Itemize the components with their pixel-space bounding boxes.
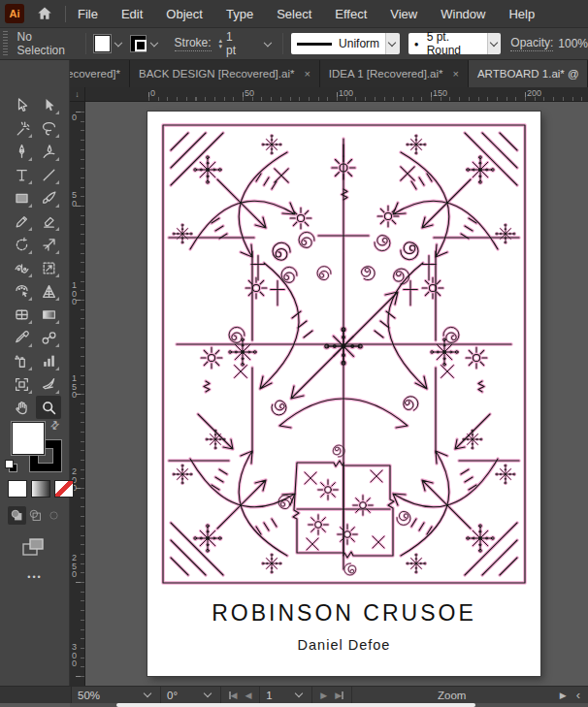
artboard-number-select[interactable]: 1 <box>260 687 312 703</box>
divider <box>85 33 86 54</box>
default-fill-stroke-icon[interactable] <box>5 460 18 473</box>
stroke-label[interactable]: Stroke: <box>175 36 212 51</box>
stroke-weight-stepper[interactable]: ▴ ▾ <box>219 38 223 49</box>
variable-width-label: Uniform <box>339 37 379 50</box>
menu-object[interactable]: Object <box>166 7 203 21</box>
scroll-right-icon[interactable]: ▶ <box>560 691 567 700</box>
tool-mesh[interactable] <box>9 303 34 326</box>
tool-lasso[interactable] <box>36 116 61 140</box>
ruler-label: 50 <box>72 191 80 208</box>
previous-artboard-icon[interactable]: ◀ <box>245 691 251 700</box>
stroke-weight-value[interactable]: 1 pt <box>226 30 244 57</box>
menu-help[interactable]: Help <box>508 7 535 21</box>
tool-column-graph[interactable] <box>36 349 61 372</box>
chevron-down-icon[interactable] <box>150 38 158 46</box>
tool-width[interactable] <box>9 256 34 279</box>
artboard[interactable]: ROBINSON CRUSOE Daniel Defoe <box>147 112 540 676</box>
variable-width-profile-select[interactable]: Uniform <box>291 33 385 54</box>
brush-definition-select[interactable]: ● 5 pt. Round <box>408 33 487 54</box>
tool-scale[interactable] <box>36 233 61 256</box>
tool-gradient[interactable] <box>36 303 61 326</box>
tool-eyedropper[interactable] <box>9 326 34 349</box>
divider <box>282 33 283 54</box>
ruler-label: 200 <box>527 88 541 98</box>
tool-pen[interactable] <box>9 140 34 163</box>
menu-effect[interactable]: Effect <box>335 7 367 21</box>
edit-toolbar-button[interactable]: ••• <box>0 572 70 582</box>
tool-pencil[interactable] <box>9 209 34 233</box>
gradient-button[interactable] <box>31 480 50 498</box>
draw-normal-button[interactable] <box>8 506 26 525</box>
tool-blend[interactable] <box>36 326 61 349</box>
menu-window[interactable]: Window <box>441 7 485 21</box>
close-icon[interactable]: × <box>304 68 310 80</box>
tool-perspective-grid[interactable] <box>36 279 61 303</box>
tool-direct-selection[interactable] <box>36 93 61 116</box>
zoom-level-value: 50% <box>78 690 100 701</box>
stroke-color-swatch[interactable] <box>130 35 147 52</box>
menu-view[interactable]: View <box>390 7 417 21</box>
next-artboard-icon[interactable]: ▶ <box>320 691 327 700</box>
zoom-level-select[interactable]: 50% <box>72 687 161 703</box>
tool-curvature[interactable] <box>36 140 61 163</box>
chevron-down-icon[interactable] <box>114 38 121 46</box>
ruler-origin[interactable]: ↓ <box>70 87 85 102</box>
tab-document-2[interactable]: BACK DESIGN [Recovered].ai* × <box>130 60 320 87</box>
tool-rectangle[interactable] <box>9 186 34 209</box>
tool-free-transform[interactable] <box>36 256 61 279</box>
brush-chevron[interactable] <box>487 33 502 54</box>
tab-document-3[interactable]: IDEA 1 [Recovered].ai* × <box>320 60 469 87</box>
horizontal-scrollbar-thumb[interactable] <box>116 703 475 707</box>
draw-behind-button[interactable] <box>26 506 45 525</box>
color-button[interactable] <box>8 480 27 498</box>
tool-magic-wand[interactable] <box>9 116 34 140</box>
opacity-value[interactable]: 100% <box>558 37 588 50</box>
tool-symbol-sprayer[interactable] <box>9 349 34 372</box>
tool-slice[interactable] <box>36 372 61 396</box>
first-artboard-icon[interactable]: ◀ <box>229 691 237 700</box>
panel-collapse-icon[interactable]: ‹ <box>576 688 580 702</box>
rotation-select[interactable]: 0° <box>161 687 221 703</box>
last-artboard-icon[interactable]: ▶ <box>335 691 343 700</box>
stepper-down-icon[interactable]: ▾ <box>219 44 223 49</box>
brush-dot-icon: ● <box>414 40 419 48</box>
perspective-grid-icon <box>41 283 57 300</box>
app-icon[interactable]: Ai <box>5 4 24 23</box>
tool-selection[interactable] <box>9 93 34 116</box>
tool-paintbrush[interactable] <box>36 186 61 209</box>
tab-label: ecovered]* <box>67 68 120 80</box>
fill-color-swatch[interactable] <box>94 35 111 52</box>
curvature-icon <box>41 144 57 160</box>
drag-handle[interactable] <box>3 31 8 56</box>
tool-zoom[interactable] <box>36 396 61 419</box>
tool-hand[interactable] <box>9 396 34 419</box>
fill-swatch-large[interactable] <box>12 422 45 455</box>
home-icon[interactable] <box>36 5 53 22</box>
width-tool-icon <box>14 260 30 276</box>
cover-pattern-artwork <box>161 123 527 585</box>
horizontal-scrollbar[interactable] <box>70 703 588 707</box>
canvas-pasteboard[interactable]: ROBINSON CRUSOE Daniel Defoe <box>85 102 588 686</box>
mesh-icon <box>14 306 30 323</box>
chevron-down-icon[interactable] <box>264 38 272 46</box>
close-icon[interactable]: × <box>452 68 458 80</box>
menu-type[interactable]: Type <box>226 7 253 21</box>
symbol-sprayer-icon <box>14 353 30 370</box>
menu-edit[interactable]: Edit <box>121 7 143 21</box>
variable-width-chevron[interactable] <box>385 33 400 54</box>
draw-inside-button[interactable] <box>45 506 63 525</box>
tool-shape-builder[interactable] <box>9 279 34 303</box>
screen-mode-button[interactable] <box>21 537 47 562</box>
opacity-label[interactable]: Opacity: <box>510 36 553 51</box>
tab-document-4[interactable]: ARTBOARD 1.ai* @ <box>469 60 588 87</box>
tool-eraser[interactable] <box>36 209 61 233</box>
tool-artboard[interactable] <box>9 372 34 396</box>
tool-type[interactable] <box>9 163 34 186</box>
swap-fill-stroke-icon[interactable]: ⇄ <box>48 418 63 434</box>
ruler-label: 100 <box>339 88 353 98</box>
tool-rotate[interactable] <box>9 233 34 256</box>
menu-select[interactable]: Select <box>277 7 311 21</box>
none-button[interactable] <box>54 480 74 498</box>
tool-line-segment[interactable] <box>36 163 61 186</box>
menu-file[interactable]: File <box>78 7 98 21</box>
